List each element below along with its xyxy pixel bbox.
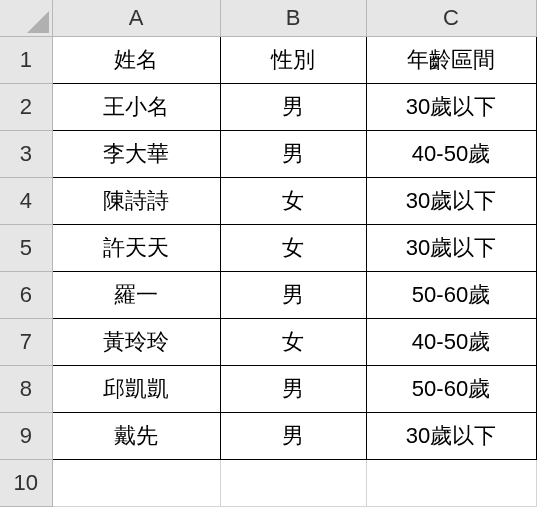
cell-B6[interactable]: 男 [220, 271, 366, 318]
column-header-C[interactable]: C [366, 0, 536, 36]
cell-A10[interactable] [52, 459, 220, 506]
cell-B5[interactable]: 女 [220, 224, 366, 271]
cell-C7[interactable]: 40-50歲 [366, 318, 536, 365]
cell-A1[interactable]: 姓名 [52, 36, 220, 83]
table-row: 1 姓名 性別 年齡區間 [0, 36, 536, 83]
cell-C4[interactable]: 30歲以下 [366, 177, 536, 224]
row-header-6[interactable]: 6 [0, 271, 52, 318]
cell-C8[interactable]: 50-60歲 [366, 365, 536, 412]
cell-C6[interactable]: 50-60歲 [366, 271, 536, 318]
row-header-4[interactable]: 4 [0, 177, 52, 224]
cell-A8[interactable]: 邱凱凱 [52, 365, 220, 412]
table-row: 5 許天天 女 30歲以下 [0, 224, 536, 271]
cell-A2[interactable]: 王小名 [52, 83, 220, 130]
cell-B8[interactable]: 男 [220, 365, 366, 412]
cell-C1[interactable]: 年齡區間 [366, 36, 536, 83]
spreadsheet[interactable]: A B C 1 姓名 性別 年齡區間 2 王小名 男 30歲以下 3 李大華 男… [0, 0, 537, 507]
cell-C10[interactable] [366, 459, 536, 506]
column-header-B[interactable]: B [220, 0, 366, 36]
row-header-9[interactable]: 9 [0, 412, 52, 459]
cell-B10[interactable] [220, 459, 366, 506]
cell-C9[interactable]: 30歲以下 [366, 412, 536, 459]
column-header-A[interactable]: A [52, 0, 220, 36]
table-row: 9 戴先 男 30歲以下 [0, 412, 536, 459]
cell-C5[interactable]: 30歲以下 [366, 224, 536, 271]
row-header-3[interactable]: 3 [0, 130, 52, 177]
cell-B2[interactable]: 男 [220, 83, 366, 130]
cell-A6[interactable]: 羅一 [52, 271, 220, 318]
select-all-corner[interactable] [0, 0, 52, 36]
table-row: 3 李大華 男 40-50歲 [0, 130, 536, 177]
row-header-7[interactable]: 7 [0, 318, 52, 365]
table-row: 8 邱凱凱 男 50-60歲 [0, 365, 536, 412]
cell-C2[interactable]: 30歲以下 [366, 83, 536, 130]
cell-C3[interactable]: 40-50歲 [366, 130, 536, 177]
cell-B7[interactable]: 女 [220, 318, 366, 365]
row-header-1[interactable]: 1 [0, 36, 52, 83]
cell-A7[interactable]: 黃玲玲 [52, 318, 220, 365]
row-header-5[interactable]: 5 [0, 224, 52, 271]
cell-A5[interactable]: 許天天 [52, 224, 220, 271]
table-row: 6 羅一 男 50-60歲 [0, 271, 536, 318]
row-header-8[interactable]: 8 [0, 365, 52, 412]
row-header-10[interactable]: 10 [0, 459, 52, 506]
table-row: 7 黃玲玲 女 40-50歲 [0, 318, 536, 365]
cell-A3[interactable]: 李大華 [52, 130, 220, 177]
cell-B4[interactable]: 女 [220, 177, 366, 224]
cell-B9[interactable]: 男 [220, 412, 366, 459]
row-header-2[interactable]: 2 [0, 83, 52, 130]
cell-A9[interactable]: 戴先 [52, 412, 220, 459]
cell-B1[interactable]: 性別 [220, 36, 366, 83]
table-row: 4 陳詩詩 女 30歲以下 [0, 177, 536, 224]
table-row: 2 王小名 男 30歲以下 [0, 83, 536, 130]
cell-A4[interactable]: 陳詩詩 [52, 177, 220, 224]
cell-B3[interactable]: 男 [220, 130, 366, 177]
table-row: 10 [0, 459, 536, 506]
